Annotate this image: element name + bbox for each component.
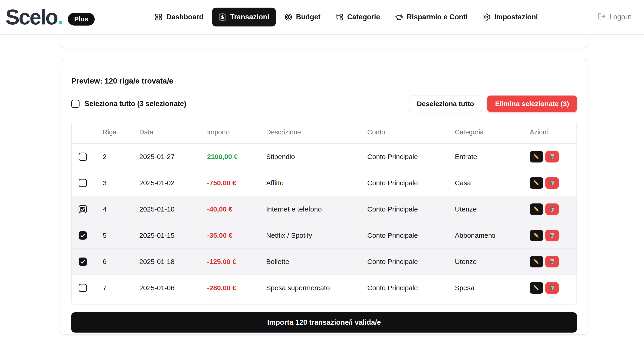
preview-title: Preview: 120 riga/e trovata/e [71, 76, 577, 86]
delete-row-button[interactable] [546, 204, 559, 215]
edit-row-button[interactable] [530, 151, 543, 162]
table-header-row: RigaDataImportoDescrizioneContoCategoria… [72, 121, 576, 144]
column-header-conto: Conto [367, 128, 455, 136]
cell-descrizione: Spesa supermercato [266, 284, 367, 292]
row-checkbox-cell [72, 152, 103, 161]
cell-data: 2025-01-10 [139, 205, 207, 213]
nav-item-label: Budget [296, 13, 320, 21]
brand-dot: . [57, 5, 62, 29]
cell-descrizione: Bollette [266, 258, 367, 266]
trash-icon [548, 258, 556, 265]
cell-riga: 6 [103, 258, 139, 266]
cell-azioni [530, 151, 576, 162]
nav-item-transazioni[interactable]: Transazioni [212, 8, 276, 27]
cell-conto: Conto Principale [367, 205, 455, 213]
transactions-preview-table: RigaDataImportoDescrizioneContoCategoria… [71, 121, 577, 305]
edit-row-button[interactable] [530, 230, 543, 241]
gear-icon [483, 13, 491, 21]
logout-button[interactable]: Logout [598, 12, 631, 22]
deselect-all-button[interactable]: Deseleziona tutto [409, 95, 482, 112]
row-checkbox[interactable] [78, 258, 87, 266]
cell-azioni [530, 282, 576, 294]
logout-icon [598, 12, 606, 22]
nav-item-dashboard[interactable]: Dashboard [148, 8, 210, 27]
delete-row-button[interactable] [546, 282, 559, 294]
select-all-label: Seleziona tutto (3 selezionate) [84, 100, 186, 108]
delete-selected-button[interactable]: Elimina selezionate (3) [487, 95, 577, 112]
table-row: 72025-01-06-280,00 €Spesa supermercatoCo… [72, 275, 576, 301]
cell-categoria: Casa [455, 179, 530, 187]
top-navigation-bar: Scelo. Plus DashboardTransazioniBudgetCa… [0, 0, 644, 35]
table-row: 62025-01-18-125,00 €BolletteConto Princi… [72, 249, 576, 275]
delete-row-button[interactable] [546, 151, 559, 162]
row-checkbox-cell [72, 284, 103, 292]
cell-data: 2025-01-18 [139, 258, 207, 266]
brand-name: Scelo [6, 5, 57, 29]
row-checkbox[interactable] [78, 231, 87, 240]
delete-row-button[interactable] [546, 256, 559, 267]
brand-logo[interactable]: Scelo. [6, 7, 62, 28]
nav-item-budget[interactable]: Budget [278, 8, 327, 27]
table-row: 22025-01-272100,00 €StipendioConto Princ… [72, 144, 576, 170]
trash-icon [548, 284, 556, 291]
edit-row-button[interactable] [530, 177, 543, 189]
trash-icon [548, 206, 556, 213]
import-button[interactable]: Importa 120 transazione/i valida/e [71, 312, 577, 332]
category-tree-icon [336, 13, 343, 21]
check-icon [80, 233, 86, 238]
cell-data: 2025-01-15 [139, 232, 207, 239]
edit-row-button[interactable] [530, 204, 543, 215]
row-checkbox-cell [72, 258, 103, 266]
cell-conto: Conto Principale [367, 232, 455, 239]
edit-pencil-icon [533, 206, 540, 213]
nav-item-label: Transazioni [230, 13, 269, 21]
cell-importo: 2100,00 € [207, 153, 266, 161]
cell-importo: -280,00 € [207, 284, 266, 292]
nav-item-label: Risparmio e Conti [406, 13, 468, 21]
cell-conto: Conto Principale [367, 258, 455, 266]
edit-row-button[interactable] [530, 256, 543, 267]
select-all-checkbox[interactable] [71, 100, 80, 108]
cell-conto: Conto Principale [367, 284, 455, 292]
row-checkbox-cell [72, 231, 103, 240]
cell-descrizione: Stipendio [266, 153, 367, 161]
cell-importo: -40,00 € [207, 205, 266, 213]
row-checkbox[interactable] [78, 179, 87, 187]
cell-riga: 2 [103, 153, 139, 161]
nav-item-impostazioni[interactable]: Impostazioni [476, 8, 544, 27]
cell-importo: -750,00 € [207, 179, 266, 187]
nav-item-risparmio[interactable]: Risparmio e Conti [389, 8, 474, 27]
select-all-control[interactable]: Seleziona tutto (3 selezionate) [71, 100, 186, 108]
edit-pencil-icon [533, 179, 540, 187]
column-header-descrizione: Descrizione [266, 128, 367, 136]
cell-data: 2025-01-27 [139, 153, 207, 161]
column-header-riga: Riga [103, 128, 139, 136]
upper-card-partial [60, 35, 588, 48]
edit-row-button[interactable] [530, 282, 543, 294]
nav-item-label: Dashboard [166, 13, 204, 21]
delete-row-button[interactable] [546, 230, 559, 241]
row-checkbox[interactable] [78, 284, 87, 292]
receipt-icon [218, 13, 226, 21]
cell-riga: 4 [103, 205, 139, 213]
row-checkbox[interactable] [78, 152, 87, 161]
cell-azioni [530, 177, 576, 189]
cell-azioni [530, 256, 576, 267]
row-checkbox[interactable] [78, 205, 87, 213]
main-nav: DashboardTransazioniBudgetCategorieRispa… [95, 8, 598, 27]
plus-badge: Plus [68, 13, 95, 26]
cell-categoria: Entrate [455, 153, 530, 161]
column-header-importo: Importo [207, 128, 266, 136]
cell-azioni [530, 204, 576, 215]
cell-descrizione: Affitto [266, 179, 367, 187]
nav-item-categorie[interactable]: Categorie [329, 8, 386, 27]
cell-conto: Conto Principale [367, 179, 455, 187]
toolbar-buttons: Deseleziona tutto Elimina selezionate (3… [409, 95, 577, 112]
selection-toolbar: Seleziona tutto (3 selezionate) Deselezi… [71, 95, 577, 112]
table-row: 32025-01-02-750,00 €AffittoConto Princip… [72, 170, 576, 196]
cell-categoria: Spesa [455, 284, 530, 292]
trash-icon [548, 232, 556, 239]
delete-row-button[interactable] [546, 177, 559, 189]
column-header-data: Data [139, 128, 207, 136]
cell-categoria: Abbonamenti [455, 232, 530, 239]
